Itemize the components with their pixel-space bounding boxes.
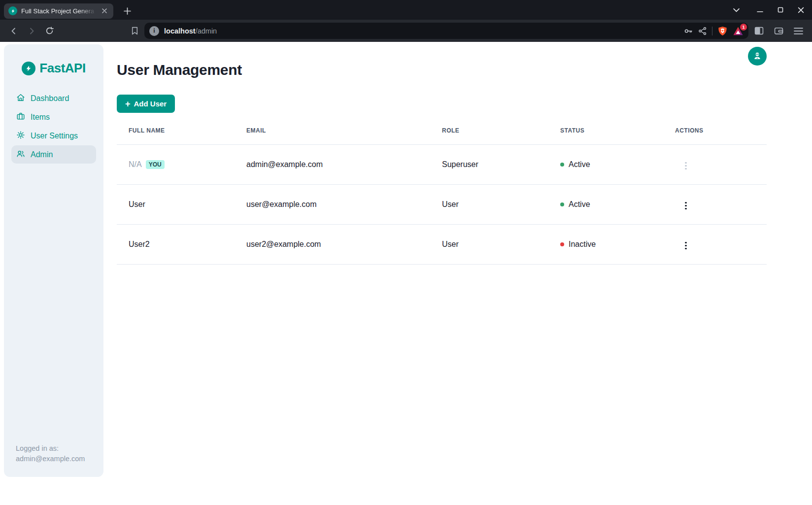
users-icon xyxy=(16,149,25,160)
logged-in-as: Logged in as: admin@example.com xyxy=(4,443,103,477)
cell-full-name: N/AYOU xyxy=(117,145,246,185)
tab-title: Full Stack Project Genera xyxy=(21,7,96,15)
sidebar-nav: Dashboard Items User Settings xyxy=(4,89,103,164)
sidebar-item-items[interactable]: Items xyxy=(4,108,103,127)
table-header-row: FULL NAME EMAIL ROLE STATUS ACTIONS xyxy=(117,127,767,145)
sidebar-item-user-settings[interactable]: User Settings xyxy=(4,127,103,145)
urlbar-divider xyxy=(712,27,712,35)
page-title: User Management xyxy=(117,62,767,78)
add-user-label: Add User xyxy=(134,100,167,108)
fastapi-logo-icon xyxy=(22,62,35,75)
brave-rewards-icon[interactable]: 1 xyxy=(733,26,744,36)
col-header-role: ROLE xyxy=(442,127,560,145)
site-info-icon[interactable]: i xyxy=(149,26,159,36)
url-path: /admin xyxy=(196,27,217,35)
row-actions-menu-icon[interactable] xyxy=(682,199,690,213)
add-user-button[interactable]: + Add User xyxy=(117,95,175,113)
cell-full-name: User2 xyxy=(117,225,246,265)
browser-toolbar: i localhost/admin 1 xyxy=(0,20,812,42)
forward-icon[interactable] xyxy=(25,24,38,38)
gear-icon xyxy=(16,131,25,141)
col-header-full-name: FULL NAME xyxy=(117,127,246,145)
cell-email: admin@example.com xyxy=(246,145,442,185)
tab-close-icon[interactable] xyxy=(100,6,109,15)
status-label: Active xyxy=(569,200,590,209)
logged-in-email: admin@example.com xyxy=(16,454,96,464)
cell-status: Inactive xyxy=(560,225,675,265)
browser-window: Full Stack Project Genera xyxy=(0,0,812,505)
new-tab-icon[interactable] xyxy=(121,4,134,17)
fastapi-logo-text: FastAPI xyxy=(39,61,85,76)
col-header-status: STATUS xyxy=(560,127,675,145)
sidebar: FastAPI Dashboard Items xyxy=(4,44,103,477)
menu-hamburger-icon[interactable] xyxy=(794,27,803,35)
sidebar-item-admin[interactable]: Admin xyxy=(11,145,96,164)
maximize-icon[interactable] xyxy=(778,7,783,13)
full-name-value: N/A xyxy=(129,160,142,168)
close-window-icon[interactable] xyxy=(798,7,804,13)
toolbar-right-icons xyxy=(754,26,805,35)
cell-role: Superuser xyxy=(442,145,560,185)
sidebar-item-label: Admin xyxy=(31,150,53,159)
col-header-email: EMAIL xyxy=(246,127,442,145)
table-row: User user@example.com User Active xyxy=(117,185,767,225)
sidebar-item-dashboard[interactable]: Dashboard xyxy=(4,89,103,108)
password-key-icon[interactable] xyxy=(683,26,693,36)
row-actions-menu-icon[interactable] xyxy=(682,239,690,253)
cell-status: Active xyxy=(560,185,675,225)
sidebar-item-label: Dashboard xyxy=(31,94,69,103)
fastapi-favicon-icon xyxy=(8,6,17,15)
logged-in-label: Logged in as: xyxy=(16,443,96,454)
status-dot-active xyxy=(560,163,564,167)
table-row: N/AYOU admin@example.com Superuser Activ… xyxy=(117,145,767,185)
status-label: Inactive xyxy=(569,240,596,249)
status-dot-inactive xyxy=(560,242,564,246)
brave-shield-icon[interactable] xyxy=(717,26,728,36)
sidebar-item-label: Items xyxy=(31,113,50,122)
address-bar[interactable]: i localhost/admin 1 xyxy=(144,23,748,39)
row-actions-menu-icon[interactable] xyxy=(682,159,690,173)
home-icon xyxy=(16,93,25,104)
url-text[interactable]: localhost/admin xyxy=(164,27,217,35)
tab-bar: Full Stack Project Genera xyxy=(0,0,812,20)
cell-email: user2@example.com xyxy=(246,225,442,265)
window-controls xyxy=(733,7,812,13)
share-icon[interactable] xyxy=(698,27,707,35)
browser-tab[interactable]: Full Stack Project Genera xyxy=(4,3,113,19)
cell-actions xyxy=(675,145,767,185)
bookmark-icon[interactable] xyxy=(128,24,141,38)
sidebar-spacer xyxy=(4,164,103,443)
reload-icon[interactable] xyxy=(42,24,56,38)
sidebar-toggle-icon[interactable] xyxy=(754,26,764,35)
rewards-badge: 1 xyxy=(740,24,747,31)
tab-search-chevron-icon[interactable] xyxy=(733,8,740,12)
url-host: localhost xyxy=(164,27,196,35)
plus-icon: + xyxy=(125,100,131,108)
users-table: FULL NAME EMAIL ROLE STATUS ACTIONS N/AY… xyxy=(117,127,767,265)
cell-actions xyxy=(675,225,767,265)
briefcase-icon xyxy=(16,112,25,123)
fastapi-logo: FastAPI xyxy=(22,61,85,76)
page-content: FastAPI Dashboard Items xyxy=(0,42,812,505)
cell-full-name: User xyxy=(117,185,246,225)
col-header-actions: ACTIONS xyxy=(675,127,767,145)
status-label: Active xyxy=(569,160,590,169)
main-area: User Management + Add User FULL NAME EMA… xyxy=(117,42,767,265)
status-dot-active xyxy=(560,202,564,206)
cell-role: User xyxy=(442,185,560,225)
minimize-icon[interactable] xyxy=(757,7,763,13)
cell-email: user@example.com xyxy=(246,185,442,225)
cell-actions xyxy=(675,185,767,225)
wallet-icon[interactable] xyxy=(774,26,783,35)
cell-role: User xyxy=(442,225,560,265)
sidebar-item-label: User Settings xyxy=(31,132,78,140)
back-icon[interactable] xyxy=(7,24,21,38)
you-badge: YOU xyxy=(146,160,165,169)
cell-status: Active xyxy=(560,145,675,185)
table-row: User2 user2@example.com User Inactive xyxy=(117,225,767,265)
